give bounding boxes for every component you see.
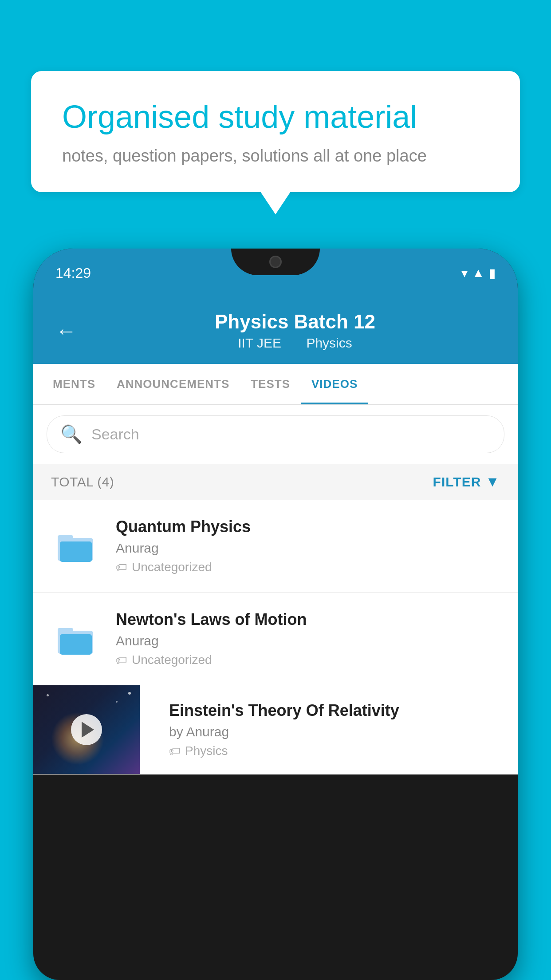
filter-bar: TOTAL (4) FILTER ▼: [33, 464, 518, 500]
tag-label: Physics: [185, 744, 228, 758]
svg-rect-1: [58, 535, 73, 541]
search-input[interactable]: Search: [91, 426, 139, 443]
total-count: TOTAL (4): [51, 474, 114, 490]
tag-label: Uncategorized: [132, 653, 212, 667]
list-item[interactable]: Newton's Laws of Motion Anurag 🏷 Uncateg…: [33, 593, 518, 685]
tag-icon: 🏷: [169, 744, 181, 758]
item-details: Newton's Laws of Motion Anurag 🏷 Uncateg…: [116, 610, 500, 667]
svg-rect-4: [58, 628, 73, 634]
item-tag: 🏷 Uncategorized: [116, 560, 500, 574]
wifi-icon: ▾: [461, 266, 468, 281]
item-details: Einstein's Theory Of Relativity by Anura…: [156, 685, 518, 774]
folder-icon-container: [51, 522, 100, 570]
speech-bubble-title: Organised study material: [62, 98, 489, 136]
batch-title: Physics Batch 12: [94, 311, 496, 333]
folder-icon: [55, 621, 95, 656]
item-author: Anurag: [116, 633, 500, 648]
play-button[interactable]: [71, 714, 102, 745]
status-icons: ▾ ▲ ▮: [461, 266, 496, 281]
star: [116, 701, 118, 703]
speech-bubble: Organised study material notes, question…: [31, 71, 520, 192]
tab-announcements[interactable]: ANNOUNCEMENTS: [106, 364, 240, 404]
svg-rect-2: [60, 541, 92, 562]
tag-label: Uncategorized: [132, 560, 212, 574]
subtitle-physics: Physics: [306, 336, 352, 350]
item-title: Einstein's Theory Of Relativity: [169, 701, 504, 720]
header-title-group: Physics Batch 12 IIT JEE Physics: [94, 311, 496, 351]
status-time: 14:29: [55, 265, 91, 281]
tag-icon: 🏷: [116, 653, 127, 667]
item-title: Newton's Laws of Motion: [116, 610, 500, 629]
tabs-bar: MENTS ANNOUNCEMENTS TESTS VIDEOS: [33, 364, 518, 405]
phone-mockup: 14:29 ▾ ▲ ▮ ← Physics Batch 12 IIT JEE P…: [33, 249, 518, 980]
back-button[interactable]: ←: [55, 319, 77, 343]
search-container: 🔍 Search: [33, 405, 518, 464]
item-title: Quantum Physics: [116, 518, 500, 536]
video-list: Quantum Physics Anurag 🏷 Uncategorized N…: [33, 500, 518, 775]
speech-bubble-container: Organised study material notes, question…: [31, 71, 520, 192]
tab-videos[interactable]: VIDEOS: [301, 364, 368, 404]
phone-notch: [231, 249, 320, 275]
phone-camera: [269, 256, 282, 268]
folder-icon: [55, 528, 95, 564]
item-author: by Anurag: [169, 724, 504, 739]
battery-icon: ▮: [489, 266, 496, 281]
author-prefix: by: [169, 724, 183, 739]
item-details: Quantum Physics Anurag 🏷 Uncategorized: [116, 518, 500, 574]
list-item[interactable]: Quantum Physics Anurag 🏷 Uncategorized: [33, 500, 518, 593]
filter-button[interactable]: FILTER ▼: [433, 474, 500, 490]
play-triangle-icon: [82, 722, 94, 738]
list-item[interactable]: Einstein's Theory Of Relativity by Anura…: [33, 685, 518, 775]
filter-icon: ▼: [485, 474, 500, 490]
tab-tests[interactable]: TESTS: [240, 364, 301, 404]
star: [128, 692, 131, 695]
filter-label: FILTER: [433, 474, 481, 490]
video-thumbnail: [33, 685, 140, 774]
folder-icon-container: [51, 614, 100, 663]
subtitle-iitjee: IIT JEE: [238, 336, 281, 350]
star: [47, 694, 49, 696]
signal-icon: ▲: [472, 266, 484, 280]
item-author: Anurag: [116, 541, 500, 556]
batch-subtitle: IIT JEE Physics: [94, 336, 496, 351]
speech-bubble-subtitle: notes, question papers, solutions all at…: [62, 146, 489, 166]
status-bar: 14:29 ▾ ▲ ▮: [33, 249, 518, 297]
item-tag: 🏷 Uncategorized: [116, 653, 500, 667]
item-tag: 🏷 Physics: [169, 744, 504, 758]
author-name: Anurag: [186, 724, 229, 739]
svg-rect-5: [60, 634, 92, 655]
app-header: ← Physics Batch 12 IIT JEE Physics: [33, 297, 518, 364]
tag-icon: 🏷: [116, 561, 127, 574]
search-input-wrapper[interactable]: 🔍 Search: [47, 415, 504, 453]
search-icon: 🔍: [60, 424, 83, 445]
tab-ments[interactable]: MENTS: [42, 364, 106, 404]
